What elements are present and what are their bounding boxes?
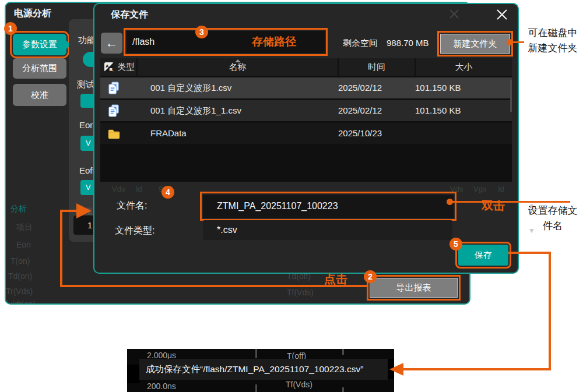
back-button[interactable]: ← <box>101 33 122 54</box>
sidebar-item-parameter-settings[interactable]: 参数设置 <box>13 34 66 55</box>
ghost-menu-item: Td(on) <box>8 271 32 281</box>
panel-label-eon: Eon <box>79 120 95 130</box>
export-report-button[interactable]: 导出报表 <box>370 278 458 298</box>
window-title: 电源分析 <box>14 8 51 20</box>
step-badge-5: 5 <box>449 238 462 250</box>
divider <box>255 349 257 358</box>
folder-icon <box>107 127 121 142</box>
toast-message: 成功保存文件“/flash/ZTMI_PA_20251107_100223.cs… <box>146 359 363 380</box>
divider <box>255 384 257 392</box>
source-value: V <box>86 183 91 192</box>
header-label: 类型 <box>117 62 135 73</box>
filename-input[interactable]: ZTMI_PA_20251107_100223 双击 ▼ <box>203 195 454 218</box>
note-line: 新建文件夹 <box>522 41 583 56</box>
sidebar-item-label: 分析范围 <box>22 63 57 74</box>
step-badge-4: 4 <box>161 186 174 199</box>
ghost-block <box>127 365 140 383</box>
toast-strip: 2.000μs T(off) 成功保存文件“/flash/ZTMI_PA_202… <box>127 349 394 392</box>
filename-label: 文件名: <box>117 200 147 212</box>
ghost-text: 200.0ns <box>147 382 176 391</box>
file-name: 001 自定义波形1.csv <box>150 77 231 98</box>
header-time[interactable]: 时间 <box>339 58 415 76</box>
step-badge-2: 2 <box>364 270 377 283</box>
filetype-label: 文件类型: <box>115 225 154 237</box>
source-value: V <box>86 139 91 147</box>
arrow-left-icon <box>389 363 403 376</box>
export-path-line <box>60 285 368 287</box>
ghost-param: Tf(Vds) <box>287 288 314 297</box>
close-icon[interactable] <box>494 7 510 22</box>
ghost-text: Vds <box>112 185 125 193</box>
header-size[interactable]: 大小 <box>416 58 512 76</box>
file-time: 2025/02/12 <box>338 100 382 121</box>
ghost-menu-analysis: 分析 <box>10 204 27 214</box>
file-size: 101.150 KB <box>415 100 461 121</box>
ghost-close-icon <box>448 8 461 20</box>
sidebar-item-calibration[interactable]: 校准 <box>13 84 66 106</box>
table-row[interactable]: FRAData 2025/10/23 <box>100 123 512 144</box>
connector-line <box>511 41 524 43</box>
scrollbar[interactable] <box>510 80 512 112</box>
table-row[interactable]: 001 自定义波形1_1.csv 2025/02/12 101.150 KB <box>100 100 512 121</box>
new-folder-label: 新建文件夹 <box>454 38 497 50</box>
header-label: 大小 <box>455 62 473 73</box>
sidebar-item-label: 校准 <box>31 90 48 101</box>
free-space-label: 剩余空间 <box>343 38 378 49</box>
save-file-dialog: 保存文件 ← /flash 存储路径 剩余空间 988.70 MB 新建文件夹 <box>93 3 519 274</box>
svg-text:B: B <box>110 67 113 72</box>
note-line: 可在磁盘中 <box>522 26 583 41</box>
note-filename: 设置存储文 件名 <box>522 203 583 234</box>
sort-ascending-icon <box>235 59 241 62</box>
header-label: 名称 <box>229 62 247 73</box>
divider <box>342 349 344 355</box>
note-line: 设置存储文 <box>522 203 583 218</box>
note-line: 件名 <box>522 218 583 234</box>
file-table-header: A B 类型 名称 时间 大小 <box>100 58 512 76</box>
path-value: /flash <box>132 37 154 47</box>
table-row[interactable]: 001 自定义波形1.csv 2025/02/12 101.150 KB <box>100 77 512 98</box>
connector-line <box>452 201 570 203</box>
step-badge-3: 3 <box>195 26 208 38</box>
new-folder-button[interactable]: 新建文件夹 <box>440 34 510 54</box>
save-path-line <box>508 252 551 254</box>
connector-dot <box>447 199 453 205</box>
ghost-menu-item: 项目 <box>16 223 33 233</box>
save-path-line <box>402 368 551 370</box>
ghost-menu-item: T(on) <box>10 256 30 266</box>
header-type[interactable]: A B 类型 <box>100 58 136 76</box>
sort-type-icon: A B <box>104 62 114 72</box>
save-button[interactable]: 保存 <box>458 245 508 266</box>
filename-value: ZTMI_PA_20251107_100223 <box>217 201 338 211</box>
ghost-menu-item: Tr(Vds) <box>6 287 33 296</box>
sidebar-item-label: 参数设置 <box>22 39 57 50</box>
file-time: 2025/02/12 <box>338 77 382 98</box>
save-label: 保存 <box>475 250 492 261</box>
export-path-line <box>60 210 62 287</box>
header-label: 时间 <box>368 62 385 73</box>
filetype-select[interactable]: *.csv ▼ <box>203 220 452 240</box>
ghost-text: Vds <box>450 185 463 193</box>
divider <box>342 387 344 392</box>
ghost-text: Vgs <box>473 185 486 193</box>
step-badge-1: 1 <box>4 22 17 35</box>
folder-name: FRAData <box>150 123 187 144</box>
folder-time: 2025/10/23 <box>338 123 382 144</box>
ghost-menu-item: Eon <box>16 240 31 249</box>
sidebar-item-analysis-range[interactable]: 分析范围 <box>13 58 66 79</box>
ghost-text: Id <box>498 185 504 193</box>
file-size: 101.150 KB <box>415 77 461 98</box>
file-name: 001 自定义波形1_1.csv <box>150 100 241 121</box>
header-name[interactable]: 名称 <box>138 58 338 76</box>
connector-dot <box>507 39 513 45</box>
toast-message-box: 成功保存文件“/flash/ZTMI_PA_20251107_100223.cs… <box>139 359 388 380</box>
save-path-line <box>549 252 551 370</box>
arrow-right-icon <box>76 203 92 218</box>
free-space-value: 988.70 MB <box>387 38 429 48</box>
file-table: A B 类型 名称 时间 大小 <box>100 58 512 182</box>
panel-label-eoff: Eoff <box>79 165 94 175</box>
ghost-text: Tf(Vds) <box>286 380 312 389</box>
export-path-line <box>60 210 78 212</box>
note-new-folder: 可在磁盘中 新建文件夹 <box>522 26 583 56</box>
svg-text:A: A <box>106 63 109 69</box>
filetype-value: *.csv <box>217 225 237 235</box>
